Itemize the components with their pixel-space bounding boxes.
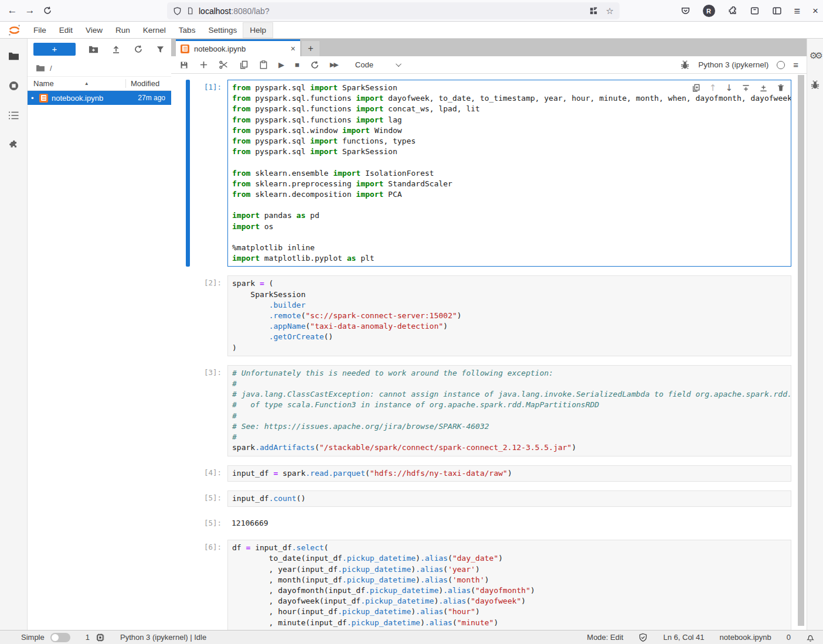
paste-cells-icon[interactable] <box>259 60 268 70</box>
output-cell: [5]:12106669 <box>186 516 791 531</box>
restart-run-all-icon[interactable]: ▶▶ <box>330 62 338 68</box>
move-cell-down-icon[interactable]: ↓ <box>725 83 733 93</box>
cell-editor[interactable]: # Unfortunately this is needed to work a… <box>227 365 791 456</box>
move-cell-up-icon[interactable]: ↑ <box>709 83 717 93</box>
property-inspector-tab-icon[interactable]: ⚙⚙ <box>810 50 821 61</box>
menu-edit[interactable]: Edit <box>53 23 79 38</box>
duplicate-cell-icon[interactable] <box>692 83 700 93</box>
file-row-notebook[interactable]: • notebook.ipynb 27m ago <box>28 91 171 105</box>
code-cell: [4]:input_df = spark.read.parquet("hdfs:… <box>186 465 791 482</box>
cell-collapser[interactable] <box>186 516 190 531</box>
new-folder-icon[interactable] <box>89 45 98 54</box>
bell-icon[interactable] <box>806 633 815 642</box>
new-tab-button[interactable]: + <box>302 41 319 56</box>
notebook-toolbar: ▶ ■ ▶▶ Code Python 3 (ipykernel) ≡ <box>171 56 807 74</box>
container-box-icon[interactable] <box>750 6 760 16</box>
table-of-contents-tab-icon[interactable] <box>8 111 19 120</box>
cell-collapser[interactable] <box>186 490 190 507</box>
reload-icon <box>43 6 52 15</box>
cell-collapser[interactable] <box>186 540 190 630</box>
save-icon[interactable] <box>179 60 189 70</box>
filter-icon[interactable] <box>156 45 165 54</box>
tab-close-icon[interactable]: × <box>291 44 295 53</box>
input-prompt: [4]: <box>190 465 227 482</box>
sidebar-toggle-icon[interactable] <box>772 6 782 16</box>
cut-cells-icon[interactable] <box>219 60 229 70</box>
file-browser-tab-icon[interactable] <box>8 52 19 61</box>
insert-cell-icon[interactable] <box>199 60 208 69</box>
breadcrumb-root[interactable]: / <box>50 64 52 73</box>
cell-editor[interactable]: input_df.count() <box>227 490 791 507</box>
kernel-status-icon[interactable] <box>777 61 785 69</box>
pocket-icon[interactable] <box>681 6 691 16</box>
run-cell-icon[interactable]: ▶ <box>278 61 284 69</box>
simple-mode-toggle[interactable] <box>50 633 70 642</box>
window-close-icon[interactable]: × <box>812 6 818 16</box>
menu-tabs[interactable]: Tabs <box>172 23 202 38</box>
mode-indicator[interactable]: Mode: Edit <box>587 633 623 642</box>
page-info-icon[interactable] <box>186 6 194 15</box>
dock-tab-bar: notebook.ipynb × + <box>171 39 807 56</box>
code-cell: [3]:# Unfortunately this is needed to wo… <box>186 365 791 456</box>
cell-editor[interactable]: from pyspark.sql import SparkSessionfrom… <box>227 80 791 267</box>
statusbar-filename: notebook.ipynb <box>720 633 771 642</box>
browser-reload-button[interactable] <box>39 2 56 19</box>
menu-settings[interactable]: Settings <box>202 23 243 38</box>
input-prompt: [2]: <box>190 275 227 356</box>
tab-label: notebook.ipynb <box>194 45 286 53</box>
trust-shield-icon[interactable] <box>638 633 648 642</box>
copy-cells-icon[interactable] <box>239 60 249 70</box>
cell-collapser[interactable] <box>186 275 190 356</box>
tab-notebook[interactable]: notebook.ipynb × <box>176 39 300 56</box>
vertical-scrollbar[interactable] <box>798 75 804 626</box>
cell-editor[interactable]: spark = ( SparkSession .builder .remote(… <box>227 275 791 356</box>
cell-collapser[interactable] <box>186 80 190 267</box>
insert-cell-above-icon[interactable] <box>742 84 750 93</box>
restart-kernel-icon[interactable] <box>310 60 319 70</box>
extension-manager-tab-icon[interactable] <box>8 139 19 150</box>
menu-view[interactable]: View <box>79 23 109 38</box>
column-header-modified[interactable]: Modified <box>125 79 171 88</box>
cell-collapser[interactable] <box>186 365 190 456</box>
chevron-down-icon <box>396 61 402 67</box>
bookmark-star-icon[interactable]: ☆ <box>606 6 614 15</box>
kernel-name[interactable]: Python 3 (ipykernel) <box>698 60 768 69</box>
menu-kernel[interactable]: Kernel <box>137 23 172 38</box>
cell-type-dropdown[interactable]: Code <box>352 59 403 70</box>
app-menu-icon[interactable]: ≡ <box>794 6 801 16</box>
menu-run[interactable]: Run <box>109 23 137 38</box>
profile-avatar[interactable]: R <box>703 5 715 17</box>
picture-in-picture-icon[interactable] <box>589 6 598 15</box>
cell-collapser[interactable] <box>186 465 190 482</box>
refresh-icon[interactable] <box>134 45 143 54</box>
file-modified: 27m ago <box>138 94 168 102</box>
cell-editor[interactable]: df = input_df.select( to_date(input_df.p… <box>227 540 791 630</box>
running-kernels-tab-icon[interactable] <box>8 80 19 91</box>
file-browser-panel: + / Name ▲ Modified • notebook.ipynb <box>28 39 171 630</box>
menu-file[interactable]: File <box>27 23 53 38</box>
cursor-position[interactable]: Ln 6, Col 41 <box>663 633 704 642</box>
debugger-tab-icon[interactable] <box>810 80 820 90</box>
interrupt-kernel-icon[interactable]: ■ <box>295 61 300 69</box>
menu-help[interactable]: Help <box>243 23 273 38</box>
notebook-content: [1]:from pyspark.sql import SparkSession… <box>171 74 807 630</box>
browser-forward-button[interactable]: → <box>21 2 39 19</box>
column-header-name[interactable]: Name ▲ <box>28 79 125 88</box>
url-bar[interactable]: localhost:8080/lab? ☆ <box>167 2 620 19</box>
breadcrumb[interactable]: / <box>28 60 171 76</box>
tracking-shield-icon[interactable] <box>173 6 182 16</box>
extension-icon[interactable] <box>727 6 737 16</box>
delete-cell-icon[interactable] <box>777 83 785 93</box>
insert-cell-below-icon[interactable] <box>759 84 768 93</box>
cell-editor[interactable]: input_df = spark.read.parquet("hdfs://hd… <box>227 465 791 482</box>
browser-back-button[interactable]: ← <box>4 2 21 19</box>
notification-count[interactable]: 0 <box>787 633 791 642</box>
debugger-bug-icon[interactable] <box>680 60 690 70</box>
upload-icon[interactable] <box>111 45 121 54</box>
notebook-menu-icon[interactable]: ≡ <box>793 60 798 70</box>
notebook-file-icon <box>39 94 48 103</box>
output-area[interactable]: 12106669 <box>227 516 791 531</box>
new-launcher-button[interactable]: + <box>33 43 76 56</box>
kernel-status-text[interactable]: Python 3 (ipykernel) | Idle <box>120 633 206 642</box>
running-kernels-status[interactable]: 1 <box>86 633 105 642</box>
